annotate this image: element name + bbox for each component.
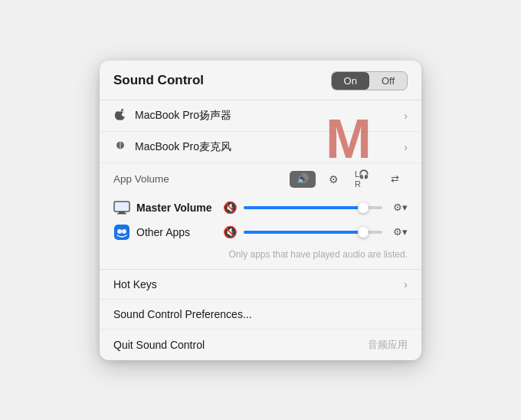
quit-row[interactable]: Quit Sound Control 音频应用 xyxy=(100,330,421,360)
shuffle-control-button[interactable]: ⇄ xyxy=(382,171,408,188)
only-apps-note: Only apps that have played audio are lis… xyxy=(113,246,408,263)
master-volume-row: Master Volume 🔇 ⚙▾ xyxy=(113,195,408,220)
preferences-row[interactable]: Sound Control Preferences... xyxy=(100,300,421,330)
speaker-icon: 🔊 xyxy=(297,173,309,185)
device-row-mic[interactable]: MacBook Pro麦克风 › xyxy=(100,132,421,163)
quit-sub-label: 音频应用 xyxy=(368,338,408,352)
other-apps-label: Other Apps xyxy=(136,226,217,238)
other-apps-eq-button[interactable]: ⚙▾ xyxy=(393,226,408,238)
sound-control-panel: M Sound Control On Off MacBook Pro扬声器 › … xyxy=(100,61,421,360)
master-slider-fill xyxy=(244,206,363,209)
header: Sound Control On Off xyxy=(100,61,421,100)
svg-rect-9 xyxy=(114,225,129,240)
toggle-on-button[interactable]: On xyxy=(332,72,369,90)
master-mute-button[interactable]: 🔇 xyxy=(223,201,238,215)
on-off-toggle[interactable]: On Off xyxy=(331,71,408,90)
device-row-speakers[interactable]: MacBook Pro扬声器 › xyxy=(100,100,421,132)
svg-point-11 xyxy=(122,229,126,234)
other-apps-mute-button[interactable]: 🔇 xyxy=(223,225,238,239)
monitor-icon xyxy=(113,199,130,216)
svg-rect-8 xyxy=(115,202,129,211)
app-volume-header: App Volume 🔊 ⚙ L🎧R ⇄ xyxy=(113,171,408,188)
shuffle-icon: ⇄ xyxy=(391,173,399,185)
svg-rect-4 xyxy=(120,141,121,149)
finder-icon xyxy=(113,224,130,241)
hotkeys-row[interactable]: Hot Keys › xyxy=(100,270,421,300)
panel-title: Sound Control xyxy=(113,73,204,88)
other-apps-slider[interactable] xyxy=(244,225,382,239)
other-apps-slider-thumb[interactable] xyxy=(358,227,369,238)
master-slider-track xyxy=(244,206,382,209)
eq-control-button[interactable]: ⚙ xyxy=(320,171,346,188)
svg-point-10 xyxy=(117,229,122,234)
speakers-chevron-icon: › xyxy=(404,110,408,122)
av-controls: 🔊 ⚙ L🎧R ⇄ xyxy=(290,171,408,188)
app-volume-section: App Volume 🔊 ⚙ L🎧R ⇄ xyxy=(100,163,421,270)
master-volume-slider[interactable] xyxy=(244,201,382,215)
hotkeys-chevron-icon: › xyxy=(404,278,408,290)
other-apps-row: Other Apps 🔇 ⚙▾ xyxy=(113,220,408,244)
svg-rect-7 xyxy=(117,213,126,215)
headphone-lr-icon: L🎧R xyxy=(355,169,373,189)
headphone-control-button[interactable]: L🎧R xyxy=(351,171,377,188)
mic-device-name: MacBook Pro麦克风 xyxy=(135,140,404,154)
master-slider-thumb[interactable] xyxy=(358,202,369,213)
speakers-device-name: MacBook Pro扬声器 xyxy=(135,109,404,123)
apple-icon-speakers xyxy=(113,109,127,123)
other-apps-slider-fill xyxy=(244,231,363,234)
other-apps-slider-track xyxy=(244,231,382,234)
apple-icon-mic xyxy=(113,140,127,154)
quit-label: Quit Sound Control xyxy=(113,339,368,351)
app-volume-label: App Volume xyxy=(113,173,283,185)
hotkeys-label: Hot Keys xyxy=(113,278,404,290)
speaker-control-button[interactable]: 🔊 xyxy=(290,171,316,188)
svg-rect-6 xyxy=(119,212,125,213)
toggle-off-button[interactable]: Off xyxy=(369,72,407,90)
master-eq-button[interactable]: ⚙▾ xyxy=(393,202,408,213)
preferences-label: Sound Control Preferences... xyxy=(113,308,408,320)
mic-chevron-icon: › xyxy=(404,141,408,153)
sliders-icon: ⚙ xyxy=(329,173,339,185)
master-volume-label: Master Volume xyxy=(136,202,217,214)
